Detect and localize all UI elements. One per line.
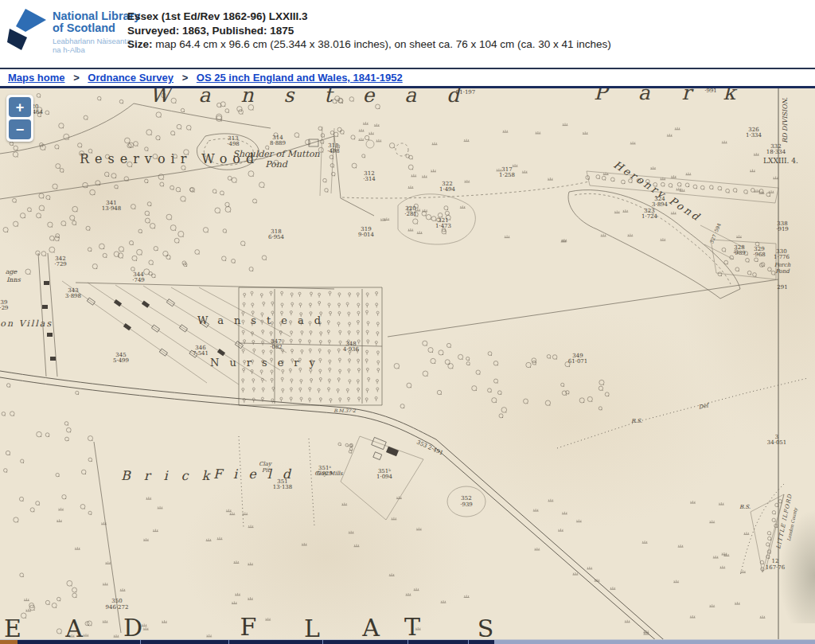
map-linework (0, 88, 815, 639)
map-label: Pond (775, 269, 790, 275)
map-label: Nursery (210, 357, 326, 368)
nls-logo[interactable]: National Libraryof Scotland Leabharlann … (6, 7, 140, 54)
map-label: 946·272 (106, 605, 129, 611)
map-label: ton Villas (0, 319, 53, 328)
map-label: L (304, 617, 320, 639)
map-label: B.M.37·2 (333, 408, 356, 413)
map-label: 91·197 (456, 90, 476, 96)
map-label: ·749 (132, 278, 145, 283)
map-label: Pond (265, 160, 287, 169)
breadcrumb-link-maps-home[interactable]: Maps home (8, 72, 65, 84)
map-label: F (240, 615, 257, 639)
map-label: A (65, 617, 83, 639)
breadcrumb-bar: Maps home > Ordnance Survey > OS 25 inch… (0, 68, 815, 88)
map-label: RD DIVISION. (782, 97, 789, 143)
map-label: ·314 (363, 177, 376, 182)
map-label: Reservoir Wood (80, 153, 259, 166)
map-label: 4·936 (343, 347, 359, 353)
map-label: 3·894 (652, 202, 668, 208)
map-label: D (123, 616, 142, 639)
map-label: 6·954 (268, 235, 284, 240)
map-label: ·939 (460, 502, 473, 508)
map-label: Wanstead (197, 315, 331, 326)
map-label: B.S. (631, 419, 642, 424)
map-label: 18·334 (766, 150, 786, 155)
breadcrumb-link-ordnance-survey[interactable]: Ordnance Survey (88, 72, 174, 84)
map-label: ·281 (404, 212, 417, 217)
map-label: LXXIII. 4. (763, 158, 798, 165)
map-label: 1·258 (499, 173, 515, 178)
map-label: 61·071 (568, 359, 588, 365)
map-label: 7·541 (193, 351, 209, 357)
map-label: Park (594, 88, 767, 103)
map-label: ·991 (704, 88, 717, 94)
footer-orange-segment (0, 640, 18, 644)
map-label: ·729 (54, 262, 67, 267)
map-label: 34·051 (767, 440, 787, 446)
map-label: ·498 (327, 149, 340, 154)
map-size-info: Size: map 64.4 cm x 96.6 cm (25.344 x 38… (127, 37, 611, 52)
map-label: age (6, 269, 18, 275)
map-label: 350 (111, 599, 122, 604)
breadcrumb-separator: > (68, 72, 85, 84)
map-label: 352 (461, 496, 471, 502)
map-label: 3·898 (65, 294, 81, 299)
map-label: E (4, 617, 21, 639)
map-label: ·29 (0, 306, 9, 311)
map-label: ·968 (753, 252, 766, 258)
map-label: Wanstead (150, 88, 489, 105)
breadcrumb: Maps home > Ordnance Survey > OS 25 inch… (0, 69, 815, 84)
map-label: ·082 (270, 345, 283, 350)
map-label: 1·334 (746, 133, 762, 139)
map-label: 1·724 (641, 214, 657, 220)
zoom-in-button[interactable]: + (9, 97, 31, 117)
map-label: ·498 (227, 142, 240, 147)
map-label: B.S. (739, 505, 751, 510)
map-survey-info: Surveyed: 1863, Published: 1875 (127, 24, 611, 38)
zoom-control: + − (6, 95, 33, 142)
map-label: 8·889 (270, 141, 286, 146)
map-label: 1·473 (435, 224, 451, 229)
map-label: 9·014 (358, 232, 374, 238)
breadcrumb-separator: > (177, 72, 194, 84)
map-sheet-edge-shadow (779, 504, 815, 623)
map-label: 1·776 (774, 255, 790, 260)
map-label: Inns (6, 277, 21, 283)
map-decorations (2, 93, 782, 637)
map-label: Perch (774, 263, 790, 268)
map-label: ·919 (776, 227, 789, 232)
map-label: 5·499 (113, 358, 129, 364)
nls-logo-icon (6, 7, 48, 53)
map-label: 12 (772, 559, 779, 564)
map-label: 6·929 (317, 471, 333, 477)
map-label: 1·094 (376, 474, 392, 480)
map-label: 291 (777, 285, 787, 291)
map-label: 1·494 (439, 187, 455, 193)
breadcrumb-link-os-25-inch[interactable]: OS 25 inch England and Wales, 1841-1952 (197, 72, 403, 84)
map-label: T (404, 615, 420, 639)
map-label: 13·138 (273, 485, 293, 490)
map-viewport[interactable]: WansteadPark30591·197·991RD DIVISION.326… (0, 88, 815, 639)
map-label: Field (213, 468, 302, 481)
page-header: National Libraryof Scotland Leabharlann … (0, 0, 815, 68)
zoom-out-button[interactable]: − (9, 119, 31, 139)
footer-light-segment (494, 640, 815, 644)
map-label: ·989 (733, 251, 746, 256)
map-title: Essex (1st Ed/Rev 1862-96) LXXIII.3 (127, 10, 611, 24)
map-label: A (362, 616, 380, 639)
map-label: S (478, 617, 494, 639)
footer-bar (0, 639, 815, 644)
map-label: Brick (121, 470, 223, 482)
map-label: 13·948 (102, 206, 122, 212)
